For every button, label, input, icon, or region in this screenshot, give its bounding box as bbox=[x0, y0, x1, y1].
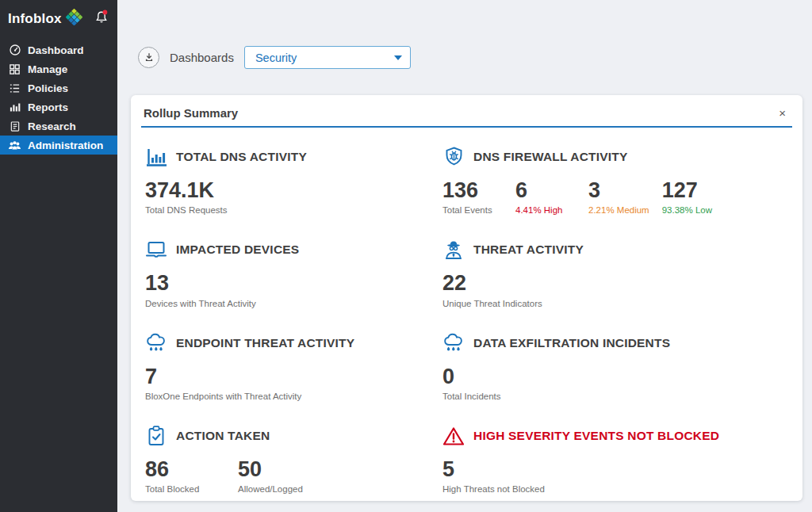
main-content: Dashboards Security Rollup Summary × TOT… bbox=[117, 0, 812, 512]
cloud-rain-icon bbox=[145, 333, 167, 353]
stat-value: 136 bbox=[442, 179, 503, 201]
dashboard-select-value: Security bbox=[255, 52, 394, 64]
metric-total-dns-activity: TOTAL DNS ACTIVITY 374.1K Total DNS Requ… bbox=[145, 147, 442, 215]
metric-action-taken: ACTION TAKEN 86 Total Blocked 50 Allowed… bbox=[145, 426, 442, 494]
stat-value: 7 bbox=[145, 365, 301, 388]
stat: 13 Devices with Threat Activity bbox=[145, 272, 256, 308]
stat-label: Total Events bbox=[442, 205, 503, 215]
sidebar-item-label: Manage bbox=[28, 63, 67, 75]
metric-title: IMPACTED DEVICES bbox=[176, 243, 299, 257]
stat-value: 3 bbox=[588, 179, 649, 201]
stat: 6 4.41% High bbox=[515, 179, 576, 215]
bar-chart-icon bbox=[145, 147, 167, 167]
rollup-summary-card: Rollup Summary × TOTAL DNS ACTIVITY 374.… bbox=[131, 95, 802, 501]
dashboards-label: Dashboards bbox=[170, 51, 234, 64]
dashboards-header: Dashboards Security bbox=[138, 46, 411, 69]
stat-value: 86 bbox=[145, 458, 225, 480]
metric-title: DNS FIREWALL ACTIVITY bbox=[473, 150, 628, 164]
chevron-down-icon bbox=[394, 55, 402, 60]
close-icon[interactable]: × bbox=[775, 105, 790, 120]
card-header: Rollup Summary × bbox=[141, 95, 792, 128]
sidebar-item-administration[interactable]: Administration bbox=[0, 136, 117, 155]
metrics-grid: TOTAL DNS ACTIVITY 374.1K Total DNS Requ… bbox=[131, 128, 802, 494]
metric-data-exfiltration-incidents: DATA EXFILTRATION INCIDENTS 0 Total Inci… bbox=[442, 333, 802, 401]
stat: 0 Total Incidents bbox=[442, 365, 501, 401]
stat-label: 93.38% Low bbox=[662, 205, 722, 215]
logo-row: Infoblox bbox=[0, 0, 117, 36]
metric-title: TOTAL DNS ACTIVITY bbox=[176, 150, 307, 164]
stat-label: Total Incidents bbox=[442, 392, 501, 401]
metric-title: THREAT ACTIVITY bbox=[473, 243, 584, 257]
sidebar-item-label: Research bbox=[28, 120, 76, 132]
stat-label: Unique Threat Indicators bbox=[442, 299, 542, 308]
stat: 22 Unique Threat Indicators bbox=[442, 272, 542, 308]
stat: 3 2.21% Medium bbox=[588, 179, 649, 215]
list-icon bbox=[8, 82, 21, 94]
card-title: Rollup Summary bbox=[144, 106, 238, 120]
stat-label: BloxOne Endpoints with Threat Activity bbox=[145, 392, 301, 401]
metric-impacted-devices: IMPACTED DEVICES 13 Devices with Threat … bbox=[145, 239, 442, 308]
stat-value: 13 bbox=[145, 272, 256, 294]
stat: 5 High Threats not Blocked bbox=[442, 458, 545, 494]
metric-title: HIGH SEVERITY EVENTS NOT BLOCKED bbox=[473, 429, 719, 443]
stat-label: Allowed/Logged bbox=[238, 484, 303, 494]
document-icon bbox=[8, 120, 21, 132]
download-icon bbox=[144, 52, 155, 63]
stat-value: 6 bbox=[515, 179, 576, 201]
metric-title: ENDPOINT THREAT ACTIVITY bbox=[176, 336, 354, 350]
stat-label: Devices with Threat Activity bbox=[145, 299, 256, 308]
sidebar-nav: Dashboard Manage Policies Reports Resear… bbox=[0, 40, 117, 155]
gauge-icon bbox=[8, 44, 21, 56]
stat-value: 127 bbox=[662, 179, 722, 201]
people-icon bbox=[8, 139, 21, 151]
bar-chart-icon bbox=[8, 101, 21, 113]
stat: 136 Total Events bbox=[442, 179, 503, 215]
warning-triangle-icon bbox=[442, 426, 465, 446]
notifications-bell-icon[interactable] bbox=[94, 9, 109, 29]
grid-icon bbox=[8, 63, 21, 75]
stat: 50 Allowed/Logged bbox=[238, 458, 303, 494]
stat: 7 BloxOne Endpoints with Threat Activity bbox=[145, 365, 301, 401]
laptop-icon bbox=[145, 239, 167, 260]
metric-threat-activity: THREAT ACTIVITY 22 Unique Threat Indicat… bbox=[442, 239, 802, 308]
stat-label: High Threats not Blocked bbox=[442, 484, 545, 494]
stat-label: Total Blocked bbox=[145, 484, 225, 494]
stat: 374.1K Total DNS Requests bbox=[145, 179, 228, 215]
sidebar-item-label: Reports bbox=[28, 101, 68, 113]
sidebar-item-dashboard[interactable]: Dashboard bbox=[0, 40, 117, 59]
stat-value: 50 bbox=[238, 458, 303, 480]
dashboard-select-dropdown[interactable]: Security bbox=[244, 46, 411, 69]
sidebar: Infoblox Dashboard bbox=[0, 0, 117, 512]
stat-value: 5 bbox=[442, 458, 545, 480]
bug-shield-icon bbox=[442, 147, 465, 167]
sidebar-item-manage[interactable]: Manage bbox=[0, 59, 117, 78]
stat-value: 22 bbox=[442, 272, 542, 294]
metric-title: ACTION TAKEN bbox=[176, 429, 270, 443]
sidebar-item-label: Dashboard bbox=[28, 44, 84, 56]
stat-label: 4.41% High bbox=[515, 205, 576, 215]
spy-icon bbox=[442, 239, 465, 260]
download-button[interactable] bbox=[138, 47, 159, 68]
sidebar-item-label: Administration bbox=[28, 139, 103, 151]
sidebar-item-reports[interactable]: Reports bbox=[0, 97, 117, 117]
infoblox-logo-text: Infoblox bbox=[8, 11, 62, 27]
sidebar-item-policies[interactable]: Policies bbox=[0, 78, 117, 97]
stat-label: 2.21% Medium bbox=[588, 205, 649, 215]
stat: 86 Total Blocked bbox=[145, 458, 225, 494]
infoblox-diamond-logo-icon bbox=[66, 9, 82, 29]
stat-value: 374.1K bbox=[145, 179, 228, 201]
metric-dns-firewall-activity: DNS FIREWALL ACTIVITY 136 Total Events 6… bbox=[442, 147, 802, 215]
clipboard-check-icon bbox=[145, 426, 167, 446]
stat-label: Total DNS Requests bbox=[145, 205, 228, 215]
cloud-rain-icon bbox=[442, 333, 465, 353]
sidebar-item-label: Policies bbox=[28, 82, 68, 94]
stat: 127 93.38% Low bbox=[662, 179, 722, 215]
metric-high-severity-events-not-blocked: HIGH SEVERITY EVENTS NOT BLOCKED 5 High … bbox=[442, 426, 802, 494]
stat-value: 0 bbox=[442, 365, 501, 388]
sidebar-item-research[interactable]: Research bbox=[0, 117, 117, 136]
metric-title: DATA EXFILTRATION INCIDENTS bbox=[473, 336, 670, 350]
metric-endpoint-threat-activity: ENDPOINT THREAT ACTIVITY 7 BloxOne Endpo… bbox=[145, 333, 442, 401]
